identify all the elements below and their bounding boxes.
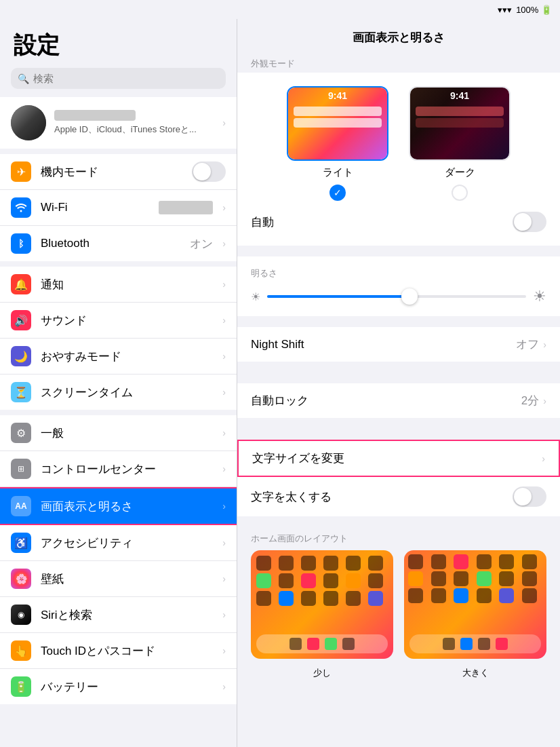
general-label: 一般 — [41, 425, 213, 441]
app-icon — [256, 573, 271, 588]
sound-label: サウンド — [41, 313, 213, 328]
light-mode-check[interactable]: ✓ — [329, 185, 346, 201]
wifi-icon: ▾▾▾ — [498, 5, 512, 15]
auto-lock-chevron: › — [543, 396, 546, 406]
home-screen-label: ホーム画面のレイアウト — [237, 527, 560, 550]
main-layout: 設定 🔍 Apple ID、iCloud、iTunes Storeと... › … — [0, 19, 560, 747]
home-layout-small-label: 少し — [251, 663, 393, 679]
auto-lock-value: 2分 — [521, 393, 539, 408]
accessibility-chevron: › — [222, 537, 226, 548]
home-layout-large[interactable] — [404, 550, 546, 659]
control-icon: ⊞ — [11, 459, 31, 479]
text-size-row[interactable]: 文字サイズを変更 › — [239, 441, 559, 476]
highlight-border: AA 画面表示と明るさ › — [0, 487, 237, 525]
battery-icon: 🔋 — [541, 5, 552, 15]
control-chevron: › — [222, 463, 226, 474]
auto-lock-label: 自動ロック — [251, 393, 521, 408]
general-icon: ⚙ — [11, 423, 31, 443]
app-icon — [477, 554, 492, 569]
dock-icon — [289, 638, 302, 650]
sound-chevron: › — [222, 315, 226, 326]
app-icon — [323, 556, 338, 571]
dock-icon — [307, 638, 319, 650]
app-icon — [477, 588, 492, 603]
search-icon: 🔍 — [18, 73, 29, 84]
appearance-option-light[interactable]: 9:41 ライト ✓ — [287, 86, 388, 201]
sidebar-item-general[interactable]: ⚙ 一般 › — [0, 415, 237, 451]
dark-card-1 — [416, 107, 504, 116]
wallpaper-icon: 🌸 — [11, 569, 31, 589]
brightness-slider[interactable] — [267, 295, 526, 298]
brightness-label: 明るさ — [251, 267, 546, 280]
appearance-section-label: 外観モード — [237, 52, 560, 73]
home-previews — [237, 550, 560, 659]
home-layout-large-label: 大きく — [404, 663, 546, 679]
donotdisturb-icon: 🌙 — [11, 346, 31, 366]
app-icon — [256, 556, 271, 571]
bold-text-toggle[interactable] — [513, 486, 546, 507]
sidebar-item-donotdisturb[interactable]: 🌙 おやすみモード › — [0, 339, 237, 375]
sidebar-item-display[interactable]: AA 画面表示と明るさ › — [0, 489, 237, 524]
sidebar-item-screentime[interactable]: ⏳ スクリーンタイム › — [0, 375, 237, 410]
bold-text-row[interactable]: 文字を太くする — [237, 477, 560, 516]
night-shift-group: Night Shift オフ › — [237, 327, 560, 362]
sidebar-item-accessibility[interactable]: ♿ アクセシビリティ › — [0, 525, 237, 561]
dark-mode-name: ダーク — [445, 166, 475, 179]
app-icon — [346, 573, 361, 588]
dock-large — [409, 634, 541, 653]
night-shift-row[interactable]: Night Shift オフ › — [237, 327, 560, 362]
search-bar[interactable]: 🔍 — [11, 68, 226, 89]
right-panel-title: 画面表示と明るさ — [237, 19, 560, 52]
night-shift-label: Night Shift — [251, 338, 516, 351]
wifi-chevron: › — [222, 202, 226, 213]
auto-row: 自動 — [251, 212, 546, 232]
section-divider-2 — [237, 429, 560, 440]
sidebar-item-battery[interactable]: 🔋 バッテリー › — [0, 669, 237, 704]
airplane-toggle-knob — [193, 163, 211, 180]
donotdisturb-chevron: › — [222, 351, 226, 362]
auto-label: 自動 — [251, 214, 513, 230]
sidebar-item-touchid[interactable]: 👆 Touch IDとパスコード › — [0, 633, 237, 669]
app-icon — [346, 591, 361, 606]
appearance-option-dark[interactable]: 9:41 ダーク — [409, 86, 511, 201]
sidebar-item-notification[interactable]: 🔔 通知 › — [0, 267, 237, 303]
section-divider-1 — [237, 372, 560, 383]
text-size-label: 文字サイズを変更 — [252, 451, 542, 466]
app-icon — [301, 556, 316, 571]
dark-mode-check[interactable] — [452, 185, 468, 201]
app-icon — [279, 573, 294, 588]
notification-icon: 🔔 — [11, 274, 31, 294]
search-input[interactable] — [33, 73, 219, 84]
general-chevron: › — [222, 427, 226, 438]
app-icon — [323, 573, 338, 588]
app-icon — [431, 554, 446, 569]
battery-label: バッテリー — [41, 679, 213, 695]
settings-group-display: ⚙ 一般 › ⊞ コントロールセンター › AA 画面表示と明るさ › ♿ アク… — [0, 415, 237, 704]
sidebar-item-sound[interactable]: 🔊 サウンド › — [0, 303, 237, 339]
wifi-value: ████ — [159, 201, 213, 214]
app-icon — [279, 591, 294, 606]
notification-chevron: › — [222, 279, 226, 290]
sidebar-item-siri[interactable]: ◉ Siriと検索 › — [0, 597, 237, 633]
auto-toggle[interactable] — [513, 212, 546, 232]
home-layout-labels: 少し 大きく — [237, 659, 560, 679]
app-icon — [408, 571, 423, 586]
screentime-icon: ⏳ — [11, 382, 31, 402]
home-layout-small[interactable] — [251, 550, 393, 659]
sidebar-item-wifi[interactable]: Wi-Fi ████ › — [0, 190, 237, 226]
text-size-chevron: › — [542, 453, 545, 464]
accessibility-icon: ♿ — [11, 533, 31, 553]
appearance-section: 9:41 ライト ✓ 9:41 — [237, 73, 560, 246]
profile-row[interactable]: Apple ID、iCloud、iTunes Storeと... › — [0, 97, 237, 149]
app-icon — [279, 556, 294, 571]
brightness-slider-row: ☀ ☀ — [251, 288, 546, 305]
night-shift-chevron: › — [543, 339, 546, 350]
sidebar-item-airplane[interactable]: ✈ 機内モード — [0, 154, 237, 190]
airplane-label: 機内モード — [41, 164, 182, 180]
sidebar-item-bluetooth[interactable]: ᛒ Bluetooth オン › — [0, 226, 237, 261]
sidebar-item-wallpaper[interactable]: 🌸 壁紙 › — [0, 561, 237, 597]
app-icon — [346, 556, 361, 571]
airplane-toggle[interactable] — [192, 161, 226, 182]
sidebar-item-control-center[interactable]: ⊞ コントロールセンター › — [0, 451, 237, 487]
auto-lock-row[interactable]: 自動ロック 2分 › — [237, 383, 560, 418]
